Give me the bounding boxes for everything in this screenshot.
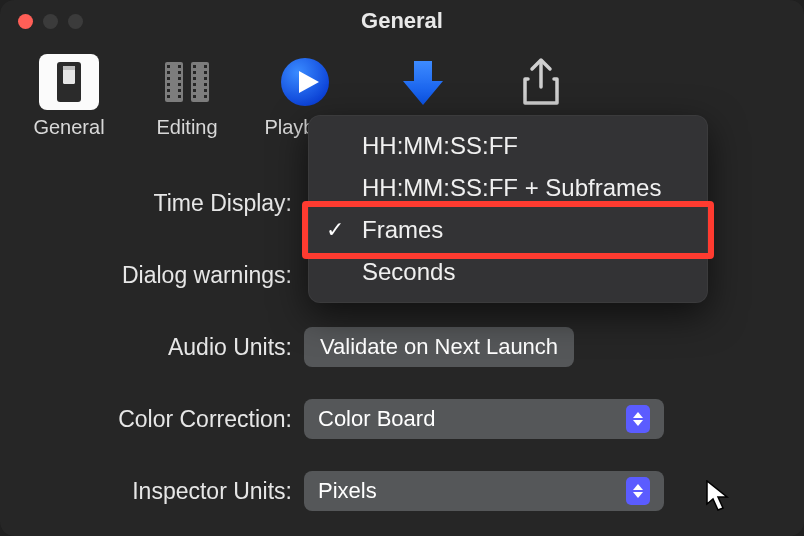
svg-rect-12 [178,71,181,74]
svg-rect-9 [167,89,170,92]
svg-rect-11 [178,65,181,68]
svg-rect-24 [204,71,207,74]
tab-destinations[interactable] [482,48,600,116]
validate-audio-units-label: Validate on Next Launch [320,334,558,360]
inspector-units-label: Inspector Units: [0,478,304,505]
svg-rect-8 [167,83,170,86]
updown-stepper-icon [626,405,650,433]
svg-rect-26 [204,83,207,86]
svg-rect-15 [178,89,181,92]
dropdown-item-frames[interactable]: ✓ Frames [308,209,708,251]
svg-rect-10 [167,95,170,98]
minimize-window-button[interactable] [43,14,58,29]
tab-editing[interactable]: Editing [128,48,246,139]
svg-rect-19 [193,77,196,80]
window-title: General [0,8,804,34]
titlebar: General [0,0,804,42]
zoom-window-button[interactable] [68,14,83,29]
color-correction-label: Color Correction: [0,406,304,433]
dropdown-item-hhmmssff-subframes[interactable]: HH:MM:SS:FF + Subframes [308,167,708,209]
time-display-dropdown: HH:MM:SS:FF HH:MM:SS:FF + Subframes ✓ Fr… [308,115,708,303]
checkmark-icon: ✓ [326,217,344,243]
svg-marker-34 [633,492,643,498]
inspector-units-value: Pixels [318,478,377,504]
mouse-cursor-icon [706,480,732,512]
tab-general[interactable]: General [10,48,128,139]
svg-marker-32 [633,420,643,426]
row-inspector-units: Inspector Units: Pixels [0,469,778,513]
svg-rect-22 [193,95,196,98]
svg-marker-33 [633,484,643,490]
svg-rect-25 [204,77,207,80]
dropdown-item-seconds[interactable]: Seconds [308,251,708,293]
color-correction-select[interactable]: Color Board [304,399,664,439]
row-color-correction: Color Correction: Color Board [0,397,778,441]
svg-rect-23 [204,65,207,68]
svg-rect-2 [63,66,75,70]
dropdown-item-label: Seconds [362,258,455,286]
tab-import[interactable] [364,48,482,116]
dropdown-item-label: HH:MM:SS:FF + Subframes [362,174,661,202]
close-window-button[interactable] [18,14,33,29]
download-arrow-icon [399,57,447,107]
svg-rect-18 [193,71,196,74]
tab-editing-label: Editing [156,116,217,139]
tab-general-label: General [33,116,104,139]
svg-rect-6 [167,71,170,74]
switch-icon [53,60,85,104]
svg-rect-17 [193,65,196,68]
svg-rect-16 [178,95,181,98]
row-audio-units: Audio Units: Validate on Next Launch [0,325,778,369]
svg-rect-7 [167,77,170,80]
updown-stepper-icon [626,477,650,505]
filmstrip-icon [157,58,217,106]
audio-units-label: Audio Units: [0,334,304,361]
svg-rect-13 [178,77,181,80]
dialog-warnings-label: Dialog warnings: [0,262,304,289]
play-circle-icon [279,56,331,108]
color-correction-value: Color Board [318,406,435,432]
time-display-label: Time Display: [0,190,304,217]
svg-marker-35 [707,481,727,510]
svg-rect-28 [204,95,207,98]
share-icon [519,57,563,107]
preferences-window: General General [0,0,804,536]
dropdown-item-label: HH:MM:SS:FF [362,132,518,160]
validate-audio-units-button[interactable]: Validate on Next Launch [304,327,574,367]
dropdown-item-hhmmssff[interactable]: HH:MM:SS:FF [308,125,708,167]
svg-rect-21 [193,89,196,92]
svg-rect-20 [193,83,196,86]
svg-rect-5 [167,65,170,68]
svg-rect-27 [204,89,207,92]
svg-rect-14 [178,83,181,86]
dropdown-item-label: Frames [362,216,443,244]
svg-marker-31 [633,412,643,418]
inspector-units-select[interactable]: Pixels [304,471,664,511]
window-controls [0,14,83,29]
